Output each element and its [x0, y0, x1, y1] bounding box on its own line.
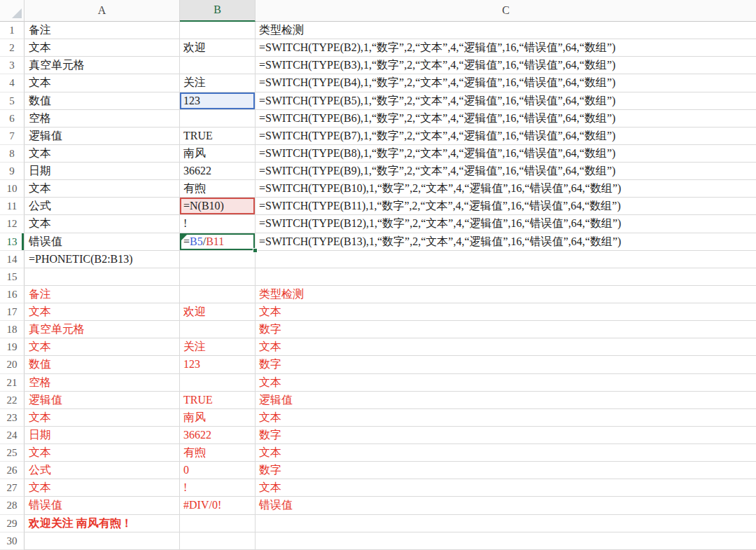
cell-b7[interactable]: TRUE — [180, 128, 255, 145]
cell-c26[interactable]: 数字 — [255, 462, 756, 479]
cell-a2[interactable]: 文本 — [24, 39, 180, 57]
select-all-corner[interactable] — [0, 0, 24, 22]
cell-b10[interactable]: 有煦 — [180, 180, 255, 198]
row-header[interactable]: 11 — [0, 198, 24, 215]
cell-a20[interactable]: 数值 — [24, 356, 180, 373]
row-header[interactable]: 9 — [0, 163, 24, 180]
row-header[interactable]: 30 — [0, 532, 24, 550]
cell-a4[interactable]: 文本 — [24, 74, 180, 92]
row-header[interactable]: 24 — [0, 427, 24, 444]
cell-b3[interactable] — [180, 57, 255, 74]
row-header[interactable]: 22 — [0, 392, 24, 409]
cell-a11[interactable]: 公式 — [24, 198, 180, 215]
row-header[interactable]: 28 — [0, 497, 24, 514]
cell-b15[interactable] — [180, 268, 255, 286]
cell-c21[interactable]: 文本 — [255, 374, 756, 392]
cell-a28[interactable]: 错误值 — [24, 497, 180, 514]
row-header[interactable]: 6 — [0, 110, 24, 128]
cell-a17[interactable]: 文本 — [24, 303, 180, 321]
cell-c18[interactable]: 数字 — [255, 321, 756, 338]
cell-c25[interactable]: 文本 — [255, 444, 756, 462]
cell-c11[interactable]: =SWITCH(TYPE(B11),1,“数字”,2,“文本”,4,“逻辑值”,… — [255, 198, 756, 215]
cell-a9[interactable]: 日期 — [24, 163, 180, 180]
cell-b13-editing[interactable]: =B5/B11 — [180, 233, 255, 251]
cell-a14[interactable]: =PHONETIC(B2:B13) — [24, 251, 180, 268]
cell-a13[interactable]: 错误值 — [24, 233, 180, 251]
cell-c16[interactable]: 类型检测 — [255, 286, 756, 303]
row-header[interactable]: 5 — [0, 92, 24, 110]
row-header[interactable]: 26 — [0, 462, 24, 479]
row-header[interactable]: 14 — [0, 251, 24, 268]
cell-c30[interactable] — [255, 532, 756, 550]
cell-a5[interactable]: 数值 — [24, 92, 180, 110]
cell-a6[interactable]: 空格 — [24, 110, 180, 128]
row-header[interactable]: 25 — [0, 444, 24, 462]
cell-b17[interactable]: 欢迎 — [180, 303, 255, 321]
cell-b2[interactable]: 欢迎 — [180, 39, 255, 57]
cell-a15[interactable] — [24, 268, 180, 286]
row-header[interactable]: 16 — [0, 286, 24, 303]
row-header[interactable]: 27 — [0, 479, 24, 497]
row-header[interactable]: 17 — [0, 303, 24, 321]
cell-b24[interactable]: 36622 — [180, 427, 255, 444]
cell-a12[interactable]: 文本 — [24, 215, 180, 233]
cell-c2[interactable]: =SWITCH(TYPE(B2),1,“数字”,2,“文本”,4,“逻辑值”,1… — [255, 39, 756, 57]
cell-b30[interactable] — [180, 532, 255, 550]
cell-c22[interactable]: 逻辑值 — [255, 392, 756, 409]
cell-c13[interactable]: =SWITCH(TYPE(B13),1,“数字”,2,“文本”,4,“逻辑值”,… — [255, 233, 756, 251]
row-header[interactable]: 2 — [0, 39, 24, 57]
cell-c27[interactable]: 文本 — [255, 479, 756, 497]
cell-b5-reference[interactable]: 123 — [180, 92, 255, 110]
cell-b9[interactable]: 36622 — [180, 163, 255, 180]
row-header[interactable]: 1 — [0, 22, 24, 39]
row-header[interactable]: 7 — [0, 128, 24, 145]
cell-a19[interactable]: 文本 — [24, 338, 180, 356]
cell-b6[interactable] — [180, 110, 255, 128]
cell-c8[interactable]: =SWITCH(TYPE(B8),1,“数字”,2,“文本”,4,“逻辑值”,1… — [255, 145, 756, 163]
cell-c6[interactable]: =SWITCH(TYPE(B6),1,“数字”,2,“文本”,4,“逻辑值”,1… — [255, 110, 756, 128]
cell-c7[interactable]: =SWITCH(TYPE(B7),1,“数字”,2,“文本”,4,“逻辑值”,1… — [255, 128, 756, 145]
row-header[interactable]: 8 — [0, 145, 24, 163]
row-header[interactable]: 19 — [0, 338, 24, 356]
cell-a7[interactable]: 逻辑值 — [24, 128, 180, 145]
cell-c23[interactable]: 文本 — [255, 409, 756, 427]
row-header[interactable]: 20 — [0, 356, 24, 373]
cell-b4[interactable]: 关注 — [180, 74, 255, 92]
cell-b20[interactable]: 123 — [180, 356, 255, 373]
cell-c12[interactable]: =SWITCH(TYPE(B12),1,“数字”,2,“文本”,4,“逻辑值”,… — [255, 215, 756, 233]
cell-b23[interactable]: 南风 — [180, 409, 255, 427]
cell-a18[interactable]: 真空单元格 — [24, 321, 180, 338]
cell-a16[interactable]: 备注 — [24, 286, 180, 303]
cell-b28[interactable]: #DIV/0! — [180, 497, 255, 514]
cell-b29[interactable] — [180, 515, 255, 532]
cell-c14[interactable] — [255, 251, 756, 268]
cell-a27[interactable]: 文本 — [24, 479, 180, 497]
cell-b26[interactable]: 0 — [180, 462, 255, 479]
row-header[interactable]: 10 — [0, 180, 24, 198]
cell-b1[interactable] — [180, 22, 255, 39]
cell-b25[interactable]: 有煦 — [180, 444, 255, 462]
cell-b16[interactable] — [180, 286, 255, 303]
row-header[interactable]: 3 — [0, 57, 24, 74]
cell-b19[interactable]: 关注 — [180, 338, 255, 356]
cell-a3[interactable]: 真空单元格 — [24, 57, 180, 74]
cell-b21[interactable] — [180, 374, 255, 392]
cell-b14[interactable] — [180, 251, 255, 268]
cell-c29[interactable] — [255, 515, 756, 532]
column-header-c[interactable]: C — [255, 0, 756, 22]
row-header[interactable]: 12 — [0, 215, 24, 233]
row-header[interactable]: 23 — [0, 409, 24, 427]
row-header[interactable]: 15 — [0, 268, 24, 286]
cell-c4[interactable]: =SWITCH(TYPE(B4),1,“数字”,2,“文本”,4,“逻辑值”,1… — [255, 74, 756, 92]
cell-a29[interactable]: 欢迎关注 南风有煦！ — [24, 515, 180, 532]
cell-a21[interactable]: 空格 — [24, 374, 180, 392]
cell-c19[interactable]: 文本 — [255, 338, 756, 356]
cell-c24[interactable]: 数字 — [255, 427, 756, 444]
cell-c17[interactable]: 文本 — [255, 303, 756, 321]
cell-c28[interactable]: 错误值 — [255, 497, 756, 514]
cell-c9[interactable]: =SWITCH(TYPE(B9),1,“数字”,2,“文本”,4,“逻辑值”,1… — [255, 163, 756, 180]
cell-b8[interactable]: 南风 — [180, 145, 255, 163]
cell-a10[interactable]: 文本 — [24, 180, 180, 198]
row-header[interactable]: 13 — [0, 233, 24, 251]
cell-b22[interactable]: TRUE — [180, 392, 255, 409]
